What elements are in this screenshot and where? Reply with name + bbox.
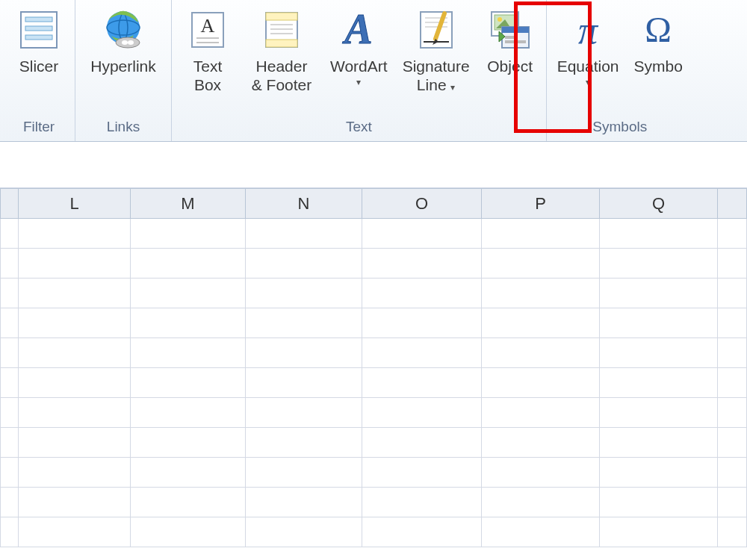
cell[interactable] (131, 308, 246, 338)
column-header[interactable]: P (482, 189, 600, 219)
cell[interactable] (19, 279, 131, 308)
cell[interactable] (718, 458, 747, 488)
object-button[interactable]: Object (477, 4, 543, 75)
select-all-corner[interactable] (1, 189, 19, 219)
cell[interactable] (362, 488, 482, 517)
cell[interactable] (246, 398, 362, 428)
column-header[interactable]: N (246, 189, 362, 219)
cell[interactable] (362, 428, 482, 458)
column-header[interactable]: Q (600, 189, 718, 219)
cell[interactable] (482, 279, 600, 308)
cell[interactable] (19, 249, 131, 279)
cell[interactable] (482, 249, 600, 279)
cell[interactable] (131, 488, 246, 517)
cell[interactable] (600, 279, 718, 308)
cell[interactable] (19, 368, 131, 398)
cell[interactable] (362, 368, 482, 398)
cell[interactable] (718, 279, 747, 308)
cell[interactable] (362, 398, 482, 428)
cell[interactable] (482, 517, 600, 547)
cell[interactable] (131, 249, 246, 279)
cell[interactable] (246, 338, 362, 368)
row-header[interactable] (1, 338, 19, 368)
cell[interactable] (362, 338, 482, 368)
wordart-button[interactable]: A WordArt ▾ (323, 4, 395, 87)
hyperlink-button[interactable]: Hyperlink (78, 4, 168, 75)
cell[interactable] (131, 398, 246, 428)
cell[interactable] (718, 219, 747, 249)
cell[interactable] (246, 368, 362, 398)
cell[interactable] (246, 219, 362, 249)
cell[interactable] (482, 488, 600, 517)
slicer-button[interactable]: Slicer (6, 4, 72, 75)
header-footer-button[interactable]: Header & Footer (241, 4, 323, 94)
cell[interactable] (718, 249, 747, 279)
cell[interactable] (362, 219, 482, 249)
cell[interactable] (131, 279, 246, 308)
cell[interactable] (131, 368, 246, 398)
cell[interactable] (482, 219, 600, 249)
cell[interactable] (131, 338, 246, 368)
cell[interactable] (600, 458, 718, 488)
column-header[interactable]: O (362, 189, 482, 219)
cell[interactable] (600, 308, 718, 338)
cell[interactable] (600, 368, 718, 398)
cell[interactable] (19, 219, 131, 249)
row-header[interactable] (1, 398, 19, 428)
cell[interactable] (718, 308, 747, 338)
row-header[interactable] (1, 428, 19, 458)
signature-line-button[interactable]: Signature Line ▾ (395, 4, 477, 94)
cell[interactable] (600, 338, 718, 368)
cell[interactable] (19, 458, 131, 488)
cell[interactable] (718, 428, 747, 458)
cell[interactable] (718, 398, 747, 428)
cell[interactable] (600, 219, 718, 249)
cell[interactable] (362, 517, 482, 547)
column-header[interactable]: M (131, 189, 246, 219)
cell[interactable] (246, 517, 362, 547)
cell[interactable] (246, 488, 362, 517)
cell[interactable] (600, 428, 718, 458)
column-header[interactable] (718, 189, 747, 219)
cell[interactable] (19, 517, 131, 547)
cell[interactable] (482, 368, 600, 398)
cell[interactable] (718, 338, 747, 368)
cell[interactable] (19, 428, 131, 458)
cell[interactable] (600, 517, 718, 547)
cell[interactable] (362, 458, 482, 488)
cell[interactable] (482, 308, 600, 338)
row-header[interactable] (1, 517, 19, 547)
column-header[interactable]: L (19, 189, 131, 219)
cell[interactable] (131, 517, 246, 547)
symbol-button[interactable]: Ω Symbo (627, 4, 690, 75)
spreadsheet-grid[interactable]: L M N O P Q (0, 188, 747, 547)
cell[interactable] (19, 488, 131, 517)
cell[interactable] (718, 517, 747, 547)
cell[interactable] (482, 458, 600, 488)
cell[interactable] (600, 398, 718, 428)
cell[interactable] (482, 338, 600, 368)
cell[interactable] (600, 249, 718, 279)
row-header[interactable] (1, 219, 19, 249)
cell[interactable] (362, 279, 482, 308)
row-header[interactable] (1, 249, 19, 279)
cell[interactable] (131, 458, 246, 488)
cell[interactable] (246, 428, 362, 458)
row-header[interactable] (1, 279, 19, 308)
cell[interactable] (482, 398, 600, 428)
cell[interactable] (19, 338, 131, 368)
textbox-button[interactable]: A Text Box (175, 4, 241, 94)
cell[interactable] (362, 308, 482, 338)
cell[interactable] (246, 458, 362, 488)
row-header[interactable] (1, 368, 19, 398)
cell[interactable] (246, 308, 362, 338)
cell[interactable] (600, 488, 718, 517)
cell[interactable] (718, 488, 747, 517)
cell[interactable] (19, 308, 131, 338)
cell[interactable] (362, 249, 482, 279)
cell[interactable] (246, 249, 362, 279)
cell[interactable] (19, 398, 131, 428)
cell[interactable] (718, 368, 747, 398)
cell[interactable] (246, 279, 362, 308)
cell[interactable] (131, 428, 246, 458)
